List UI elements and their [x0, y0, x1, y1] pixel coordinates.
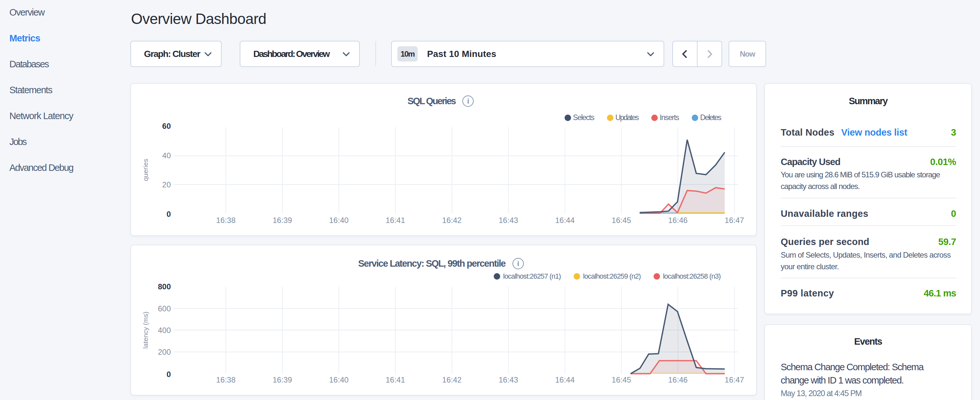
svg-text:queries: queries [142, 159, 149, 181]
svg-text:16:47: 16:47 [725, 216, 744, 225]
svg-text:16:39: 16:39 [273, 375, 292, 384]
svg-text:16:41: 16:41 [386, 216, 405, 225]
svg-text:16:40: 16:40 [329, 216, 348, 225]
svg-text:16:45: 16:45 [612, 375, 631, 384]
svg-text:16:46: 16:46 [668, 216, 687, 225]
svg-text:16:44: 16:44 [555, 216, 574, 225]
svg-text:200: 200 [158, 347, 171, 356]
svg-text:16:41: 16:41 [386, 375, 405, 384]
svg-text:40: 40 [162, 151, 171, 160]
svg-text:16:43: 16:43 [499, 216, 518, 225]
svg-text:600: 600 [158, 304, 171, 313]
svg-text:16:42: 16:42 [442, 375, 462, 384]
svg-text:16:43: 16:43 [499, 375, 518, 384]
svg-text:60: 60 [162, 122, 171, 131]
svg-text:16:39: 16:39 [273, 216, 292, 225]
svg-text:800: 800 [158, 282, 171, 291]
svg-text:0: 0 [167, 210, 171, 218]
svg-text:16:47: 16:47 [725, 375, 744, 384]
svg-text:20: 20 [162, 180, 171, 189]
svg-text:16:40: 16:40 [329, 375, 348, 384]
svg-text:16:46: 16:46 [668, 375, 687, 384]
svg-text:0: 0 [167, 370, 171, 379]
svg-text:16:44: 16:44 [555, 375, 574, 384]
svg-text:16:42: 16:42 [442, 216, 462, 225]
svg-text:16:45: 16:45 [612, 216, 631, 225]
svg-text:16:38: 16:38 [216, 216, 235, 225]
svg-text:latency (ms): latency (ms) [142, 312, 149, 349]
svg-text:16:38: 16:38 [216, 375, 235, 384]
svg-text:400: 400 [158, 326, 171, 335]
